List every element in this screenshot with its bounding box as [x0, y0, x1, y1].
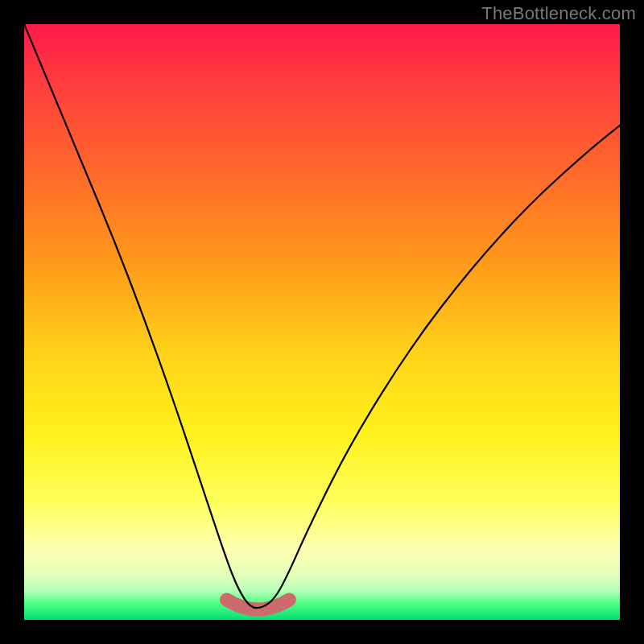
watermark-text: TheBottleneck.com: [481, 3, 636, 24]
tolerance-band: [227, 600, 290, 609]
bottleneck-curve: [24, 24, 620, 608]
chart-stage: TheBottleneck.com: [0, 0, 644, 644]
curve-layer: [24, 24, 620, 620]
plot-area: [24, 24, 620, 620]
